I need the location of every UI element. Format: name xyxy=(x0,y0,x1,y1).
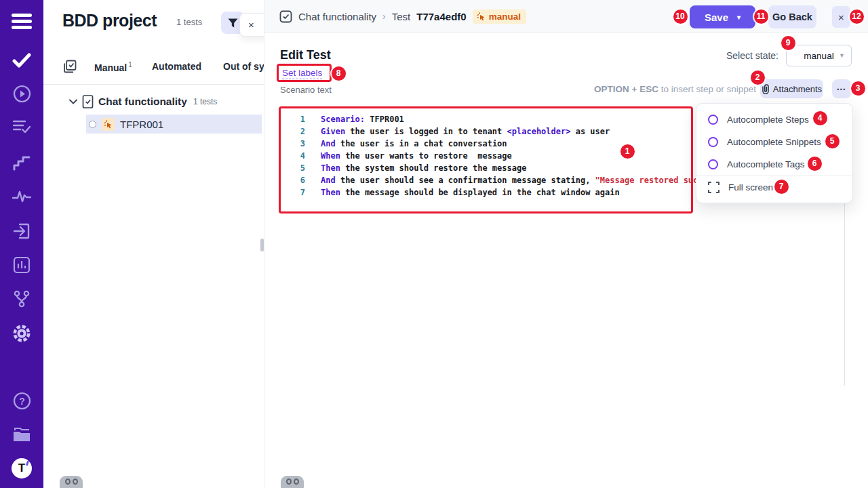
run-icon[interactable] xyxy=(0,85,43,103)
select-state-dropdown[interactable]: manual ▼ xyxy=(786,45,852,66)
svg-text:?: ? xyxy=(19,396,25,407)
breadcrumb-test-prefix: Test xyxy=(392,11,411,22)
tab-automated[interactable]: Automated xyxy=(152,61,201,72)
annotation-circle-11: 11 xyxy=(754,9,768,24)
tabs-divider xyxy=(43,84,264,85)
test-id-label[interactable]: TFPR001 xyxy=(120,119,163,130)
annotation-circle-4: 4 xyxy=(813,111,827,125)
suite-row[interactable]: Chat functionality 1 tests xyxy=(69,95,217,108)
chevron-down-icon[interactable] xyxy=(69,99,77,104)
logo-letter: T xyxy=(18,462,25,475)
funnel-icon xyxy=(228,18,238,28)
project-panel: BDD project 1 tests × Manual1 Automated … xyxy=(43,0,264,488)
editor-shortcut-hint: OPTION + ESC to insert step or snippet xyxy=(264,84,756,94)
panel-close-popover[interactable]: × xyxy=(239,13,264,37)
paperclip-icon xyxy=(762,84,770,94)
test-plan-icon[interactable] xyxy=(0,119,43,134)
manual-cursor-icon xyxy=(477,12,486,21)
annotation-circle-6: 6 xyxy=(808,157,822,171)
manual-test-badge-icon xyxy=(102,118,115,131)
breadcrumb-separator: › xyxy=(382,11,386,22)
topbar: Chat functionality › Test T77a4edf0 manu… xyxy=(264,0,868,33)
tests-check-icon[interactable] xyxy=(0,52,43,68)
annotation-circle-7: 7 xyxy=(774,180,789,194)
state-badge: manual xyxy=(473,9,526,24)
app-sidebar: ? T xyxy=(0,0,43,488)
import-icon[interactable] xyxy=(0,222,43,240)
select-caret-icon: ▼ xyxy=(839,52,845,59)
save-button[interactable]: Save ▾ xyxy=(690,5,755,28)
more-options-button[interactable]: ⋯ xyxy=(832,79,851,98)
ellipsis-icon: ⋯ xyxy=(837,83,847,94)
panel-close-icon[interactable]: × xyxy=(248,19,254,30)
tab-manual-count: 1 xyxy=(128,61,132,68)
page-title: Edit Test xyxy=(280,48,331,62)
menu-icon[interactable] xyxy=(0,14,43,29)
breadcrumb-test-id: T77a4edf0 xyxy=(416,11,466,22)
main-area: Chat functionality › Test T77a4edf0 manu… xyxy=(264,0,868,488)
annotation-circle-10: 10 xyxy=(673,9,688,24)
panel-bottom-widget[interactable] xyxy=(60,476,83,488)
select-all-icon[interactable] xyxy=(63,60,77,76)
project-test-count: 1 tests xyxy=(176,17,202,27)
state-badge-label: manual xyxy=(489,12,521,22)
annotation-circle-3: 3 xyxy=(851,81,865,96)
panel-tabs: Manual1 Automated Out of sy xyxy=(43,57,264,84)
annotation-circle-1: 1 xyxy=(620,144,635,159)
go-back-button[interactable]: Go Back xyxy=(768,5,816,28)
app-logo[interactable]: T xyxy=(0,458,43,479)
suite-test-count: 1 tests xyxy=(193,97,217,106)
radio-icon[interactable] xyxy=(708,137,718,147)
test-row-selected[interactable]: TFPR001 xyxy=(86,115,262,134)
app-window: ? T BDD project 1 tests × Manual1 Automa… xyxy=(0,0,868,488)
breadcrumb-test-icon xyxy=(279,10,292,23)
help-icon[interactable]: ? xyxy=(0,392,43,410)
analytics-icon[interactable] xyxy=(0,256,43,274)
panel-scrollbar-thumb[interactable] xyxy=(260,239,264,251)
menu-item-autocomplete-steps[interactable]: Autocomplete Steps xyxy=(696,108,852,131)
main-bottom-widget[interactable] xyxy=(281,476,304,488)
close-button[interactable]: × xyxy=(832,6,850,28)
fullscreen-icon xyxy=(708,182,719,193)
menu-item-autocomplete-tags[interactable]: Autocomplete Tags xyxy=(696,153,852,176)
branch-icon[interactable] xyxy=(0,290,43,308)
annotation-circle-9: 9 xyxy=(781,36,795,50)
project-title: BDD project xyxy=(62,11,157,30)
radio-icon[interactable] xyxy=(708,115,718,125)
close-icon: × xyxy=(838,12,844,23)
annotation-circle-8: 8 xyxy=(332,66,346,81)
breadcrumb-suite[interactable]: Chat functionality xyxy=(298,11,376,22)
attachments-button[interactable]: Attachments xyxy=(760,79,823,98)
pulse-icon[interactable] xyxy=(0,189,43,204)
breadcrumb: Chat functionality › Test T77a4edf0 manu… xyxy=(279,0,526,33)
suite-doc-icon xyxy=(82,95,94,108)
test-radio[interactable] xyxy=(89,121,96,128)
annotation-rect xyxy=(277,64,332,82)
tab-out-of-sync[interactable]: Out of sy xyxy=(223,61,264,72)
radio-icon[interactable] xyxy=(708,159,718,169)
annotation-circle-2: 2 xyxy=(751,70,765,85)
annotation-circle-12: 12 xyxy=(850,9,864,24)
annotation-circle-5: 5 xyxy=(825,134,840,148)
suite-label[interactable]: Chat functionality xyxy=(98,96,187,108)
annotation-rect xyxy=(279,106,693,214)
projects-folder-icon[interactable] xyxy=(0,426,43,443)
save-dropdown-caret[interactable]: ▾ xyxy=(737,14,741,21)
settings-gear-icon[interactable] xyxy=(0,324,43,343)
steps-icon[interactable] xyxy=(0,155,43,171)
select-state-label: Select state: xyxy=(726,50,778,61)
tab-manual[interactable]: Manual1 xyxy=(94,61,132,73)
